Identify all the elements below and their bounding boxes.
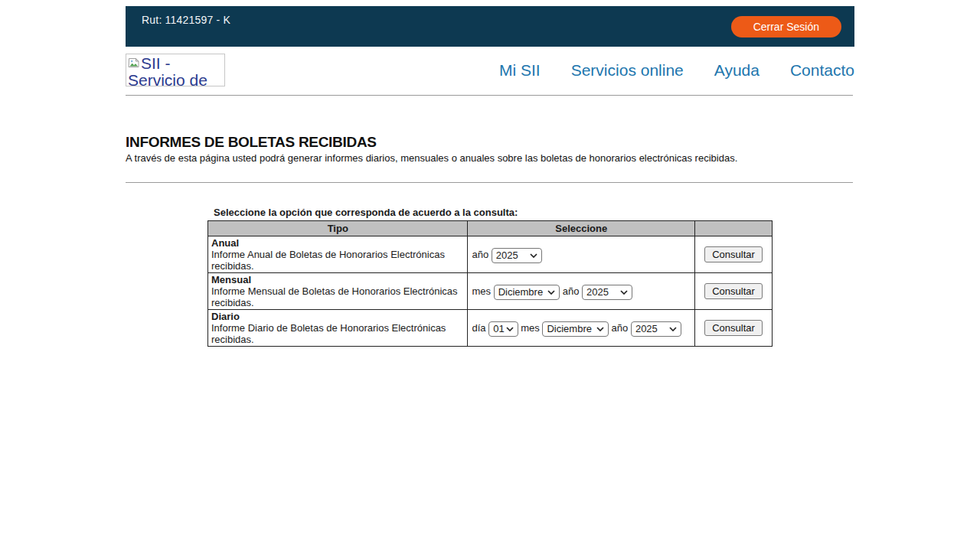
chevron-down-icon — [669, 327, 677, 331]
page-title: INFORMES DE BOLETAS RECIBIDAS — [126, 135, 854, 149]
month-select[interactable]: Diciembre — [542, 321, 609, 337]
nav-mi-sii[interactable]: Mi SII — [499, 61, 541, 80]
row-description: Informe Diario de Boletas de Honorarios … — [211, 322, 446, 345]
chevron-down-icon — [620, 290, 628, 295]
year-select[interactable]: 2025 — [631, 321, 681, 337]
nav-servicios-online[interactable]: Servicios online — [571, 61, 684, 80]
day-label: día — [472, 322, 485, 334]
month-label: mes — [472, 285, 491, 297]
table-row-anual: Anual Informe Anual de Boletas de Honora… — [208, 236, 773, 273]
mensual-button-cell: Consultar — [695, 273, 773, 310]
logout-button[interactable]: Cerrar Sesión — [731, 16, 841, 37]
table-header-row: Tipo Seleccione — [208, 221, 773, 236]
rut-label: Rut: 11421597 - K — [142, 14, 230, 26]
table-row-diario: Diario Informe Diario de Boletas de Hono… — [208, 310, 773, 347]
row-type-label: Diario — [211, 311, 240, 322]
page-container: Rut: 11421597 - K Cerrar Sesión SII - Se… — [126, 6, 854, 347]
mensual-select-cell: mes Diciembre año 2025 — [468, 273, 695, 310]
year-label: año — [472, 249, 488, 260]
nav-ayuda[interactable]: Ayuda — [714, 61, 760, 80]
year-select-value: 2025 — [586, 283, 609, 301]
consultar-diario-button[interactable]: Consultar — [704, 320, 763, 336]
chevron-down-icon — [530, 253, 537, 258]
year-select[interactable]: 2025 — [492, 248, 542, 263]
anual-button-cell: Consultar — [695, 236, 773, 273]
table-row-mensual: Mensual Informe Mensual de Boletas de Ho… — [208, 273, 773, 310]
reports-table: Tipo Seleccione Anual Informe Anual de B… — [207, 220, 773, 347]
row-type-label: Anual — [211, 237, 239, 249]
diario-tipo-cell: Diario Informe Diario de Boletas de Hono… — [208, 310, 468, 347]
main-nav: Mi SII Servicios online Ayuda Contacto — [499, 61, 854, 80]
month-label: mes — [521, 322, 540, 334]
chevron-down-icon — [547, 290, 555, 295]
day-select[interactable]: 01 — [488, 321, 518, 337]
month-select-value: Diciembre — [498, 283, 544, 301]
table-section: Seleccione la opción que corresponda de … — [207, 207, 773, 347]
header-tipo: Tipo — [208, 221, 468, 236]
chevron-down-icon — [506, 327, 514, 331]
consultar-mensual-button[interactable]: Consultar — [704, 283, 763, 299]
year-label: año — [563, 285, 580, 297]
day-select-value: 01 — [493, 320, 504, 337]
header-row: SII - Servicio de Mi SII Servicios onlin… — [126, 54, 854, 86]
sii-logo[interactable]: SII - Servicio de — [126, 54, 225, 86]
month-select-value: Diciembre — [547, 320, 592, 337]
year-label: año — [612, 322, 629, 334]
row-type-label: Mensual — [211, 274, 251, 285]
month-select[interactable]: Diciembre — [494, 285, 560, 300]
mensual-tipo-cell: Mensual Informe Mensual de Boletas de Ho… — [208, 273, 468, 310]
header-seleccione: Seleccione — [468, 221, 695, 236]
diario-select-cell: día 01 mes Diciembre año 2025 — [468, 310, 695, 347]
row-description: Informe Mensual de Boletas de Honorarios… — [211, 285, 458, 308]
content-divider — [126, 182, 853, 183]
anual-tipo-cell: Anual Informe Anual de Boletas de Honora… — [208, 236, 468, 273]
consultar-anual-button[interactable]: Consultar — [704, 246, 763, 262]
header-empty — [695, 221, 773, 236]
broken-image-icon — [128, 57, 140, 69]
header-divider — [126, 95, 853, 96]
table-prompt: Seleccione la opción que corresponda de … — [207, 207, 773, 218]
anual-select-cell: año 2025 — [468, 236, 695, 273]
year-select-value: 2025 — [496, 246, 518, 264]
page-description: A través de esta página usted podrá gene… — [126, 153, 854, 164]
topbar: Rut: 11421597 - K Cerrar Sesión — [126, 6, 854, 47]
year-select-value: 2025 — [635, 320, 658, 337]
chevron-down-icon — [596, 327, 604, 331]
year-select[interactable]: 2025 — [582, 285, 632, 300]
nav-contacto[interactable]: Contacto — [790, 61, 854, 80]
diario-button-cell: Consultar — [695, 310, 773, 347]
row-description: Informe Anual de Boletas de Honorarios E… — [211, 249, 445, 272]
